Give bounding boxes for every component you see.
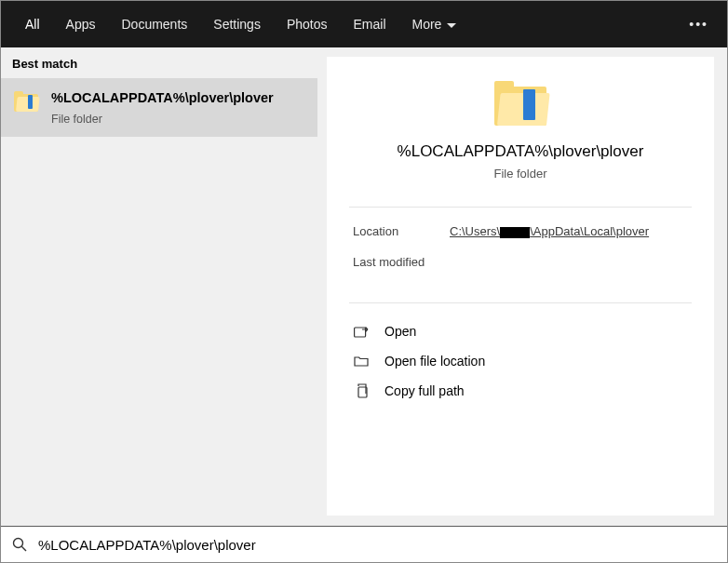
detail-pane: %LOCALAPPDATA%\plover\plover File folder… <box>327 57 714 516</box>
meta-value-location: C:\Users\\AppData\Local\plover <box>450 224 688 238</box>
content-area: Best match %LOCALAPPDATA%\plover\plover … <box>1 47 727 527</box>
result-text: %LOCALAPPDATA%\plover\plover File folder <box>51 89 304 126</box>
action-open[interactable]: Open <box>353 316 688 346</box>
tab-settings[interactable]: Settings <box>200 4 274 45</box>
search-bar[interactable] <box>0 526 728 563</box>
meta-label-modified: Last modified <box>353 255 450 269</box>
tab-documents[interactable]: Documents <box>108 4 200 45</box>
section-header-best-match: Best match <box>1 47 317 78</box>
chevron-down-icon <box>447 23 456 28</box>
tab-more[interactable]: More <box>399 4 470 45</box>
action-open-location[interactable]: Open file location <box>353 346 688 376</box>
detail-header: %LOCALAPPDATA%\plover\plover File folder <box>353 77 688 181</box>
result-subtitle: File folder <box>51 113 304 126</box>
tab-email[interactable]: Email <box>340 4 398 45</box>
top-filter-bar: All Apps Documents Settings Photos Email… <box>1 1 727 47</box>
detail-subtitle: File folder <box>353 167 688 181</box>
action-copy-path[interactable]: Copy full path <box>353 376 688 406</box>
filter-tabs: All Apps Documents Settings Photos Email… <box>12 4 469 45</box>
location-link[interactable]: C:\Users\\AppData\Local\plover <box>450 224 649 238</box>
meta-row-modified: Last modified <box>353 255 688 269</box>
action-open-location-label: Open file location <box>384 354 485 369</box>
meta-value-modified <box>450 255 688 269</box>
action-list: Open Open file location <box>353 303 688 406</box>
redacted-username <box>500 227 530 238</box>
result-item[interactable]: %LOCALAPPDATA%\plover\plover File folder <box>1 78 317 137</box>
svg-line-3 <box>21 546 26 551</box>
meta-section: Location C:\Users\\AppData\Local\plover … <box>353 208 688 302</box>
overflow-menu-icon[interactable]: ••• <box>681 17 716 32</box>
action-copy-path-label: Copy full path <box>384 383 465 398</box>
tab-photos[interactable]: Photos <box>274 4 341 45</box>
action-open-label: Open <box>384 324 416 339</box>
detail-pane-wrapper: %LOCALAPPDATA%\plover\plover File folder… <box>317 47 727 527</box>
folder-outline-icon <box>353 354 370 369</box>
folder-icon <box>14 91 38 112</box>
meta-label-location: Location <box>353 224 450 238</box>
tab-more-label: More <box>412 17 442 32</box>
open-icon <box>353 324 370 339</box>
search-icon <box>12 537 27 552</box>
folder-icon <box>494 81 546 126</box>
search-input[interactable] <box>38 537 716 553</box>
results-pane: Best match %LOCALAPPDATA%\plover\plover … <box>1 47 317 527</box>
copy-icon <box>353 383 370 398</box>
result-title: %LOCALAPPDATA%\plover\plover <box>51 89 304 107</box>
tab-all[interactable]: All <box>12 4 53 45</box>
meta-row-location: Location C:\Users\\AppData\Local\plover <box>353 224 688 238</box>
svg-point-2 <box>14 539 23 548</box>
tab-apps[interactable]: Apps <box>53 4 109 45</box>
detail-title: %LOCALAPPDATA%\plover\plover <box>353 142 688 161</box>
